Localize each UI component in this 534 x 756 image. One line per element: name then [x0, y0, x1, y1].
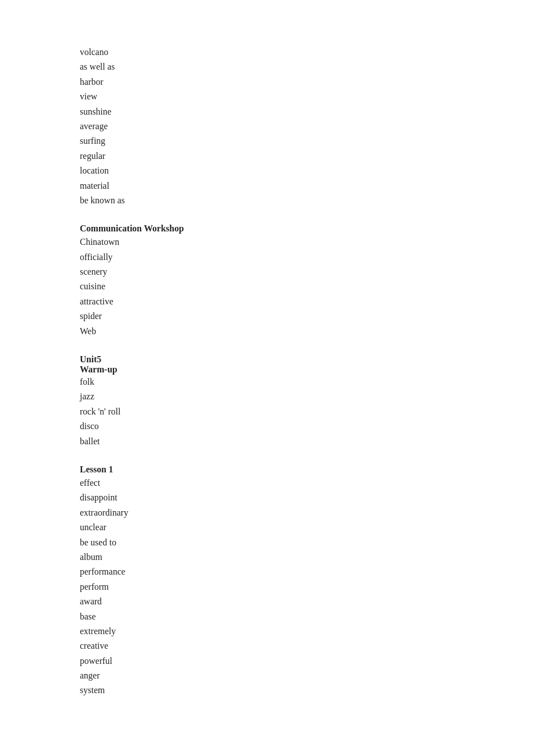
word-sunshine: sunshine [80, 104, 534, 119]
word-disappoint: disappoint [80, 490, 534, 505]
word-location: location [80, 163, 534, 178]
word-base: base [80, 609, 534, 624]
top-list-section: volcano as well as harbor view sunshine … [80, 45, 534, 208]
word-ballet: ballet [80, 434, 534, 449]
word-web: Web [80, 324, 534, 339]
word-as-well-as: as well as [80, 60, 534, 74]
lesson1-header: Lesson 1 [80, 464, 534, 475]
word-volcano: volcano [80, 45, 534, 60]
word-rock-n-roll: rock 'n' roll [80, 404, 534, 419]
word-surfing: surfing [80, 134, 534, 148]
word-perform: perform [80, 580, 534, 594]
word-extremely: extremely [80, 624, 534, 639]
word-powerful: powerful [80, 654, 534, 668]
word-material: material [80, 179, 534, 193]
word-harbor: harbor [80, 75, 534, 89]
word-system: system [80, 683, 534, 698]
word-be-used-to: be used to [80, 535, 534, 550]
word-attractive: attractive [80, 294, 534, 309]
word-chinatown: Chinatown [80, 235, 534, 249]
word-album: album [80, 550, 534, 564]
word-cuisine: cuisine [80, 279, 534, 294]
word-unclear: unclear [80, 520, 534, 535]
word-jazz: jazz [80, 389, 534, 404]
communication-workshop-section: Communication Workshop Chinatown officia… [80, 224, 534, 339]
communication-workshop-header: Communication Workshop [80, 224, 534, 234]
word-performance: performance [80, 564, 534, 579]
word-extraordinary: extraordinary [80, 505, 534, 520]
word-regular: regular [80, 149, 534, 163]
unit5-label: Unit5 [80, 354, 534, 365]
word-creative: creative [80, 639, 534, 653]
unit5-section: Unit5 Warm-up folk jazz rock 'n' roll di… [80, 354, 534, 449]
word-view: view [80, 89, 534, 104]
word-folk: folk [80, 375, 534, 389]
word-be-known-as: be known as [80, 193, 534, 208]
word-anger: anger [80, 668, 534, 683]
word-average: average [80, 119, 534, 134]
lesson1-section: Lesson 1 effect disappoint extraordinary… [80, 464, 534, 698]
warmup-header: Warm-up [80, 365, 534, 375]
word-effect: effect [80, 476, 534, 490]
word-scenery: scenery [80, 265, 534, 279]
word-disco: disco [80, 419, 534, 434]
word-officially: officially [80, 250, 534, 265]
word-spider: spider [80, 309, 534, 324]
word-award: award [80, 594, 534, 609]
